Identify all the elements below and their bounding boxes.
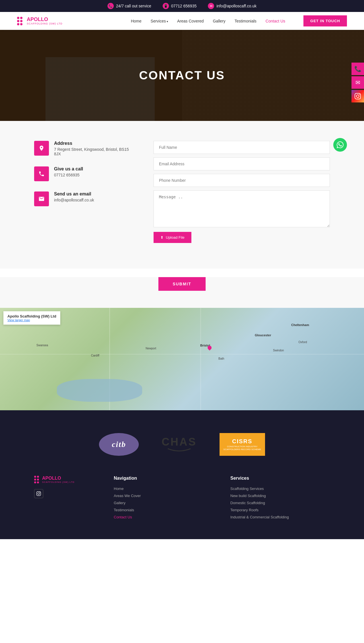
map-newport-label: Newport: [146, 347, 156, 350]
map-placeholder: Apollo Scaffolding (SW) Ltd View larger …: [0, 308, 364, 410]
footer-service-1[interactable]: Scaffolding Services: [230, 487, 330, 491]
whatsapp-button[interactable]: [333, 138, 347, 152]
chas-text: CHAS: [162, 436, 197, 448]
side-email-icon[interactable]: ✉: [351, 76, 364, 89]
chas-swoosh: [166, 448, 192, 453]
nav-home[interactable]: Home: [131, 19, 141, 23]
side-phone-icon[interactable]: 📞: [351, 63, 364, 75]
callout-item: 📞 24/7 call out service: [107, 3, 151, 9]
footer-nav-areas[interactable]: Areas We Cover: [114, 494, 213, 498]
callout-icon: 📞: [107, 3, 114, 9]
map-business-name: Apollo Scaffolding (SW) Ltd: [7, 314, 56, 318]
address-value: 7 Regent Street, Kingswood, Bristol, BS1…: [54, 147, 131, 156]
contact-info: Address 7 Regent Street, Kingswood, Bris…: [34, 141, 131, 217]
email-info-label: Send us an email: [54, 191, 94, 197]
contact-form: ⬆ Upload File: [154, 141, 330, 249]
navbar: APOLLO SCAFFOLDING (SW) LTD Home Service…: [0, 12, 364, 30]
footer-service-2[interactable]: New build Scaffolding: [230, 494, 330, 498]
contact-section: Address 7 Regent Street, Kingswood, Bris…: [0, 121, 364, 269]
footer-nav-col: Navigation Home Areas We Cover Gallery T…: [114, 476, 213, 522]
email-info-item: Send us an email info@apolloscaff.co.uk: [34, 191, 131, 206]
side-instagram-icon[interactable]: [351, 90, 364, 102]
footer-services-col: Services Scaffolding Services New build …: [230, 476, 330, 522]
footer-logo-dots: [34, 476, 40, 483]
map-gloucester-label: Gloucester: [255, 333, 271, 337]
logos-section: citb CHAS CISRS CONSTRUCTION INDUSTRYSCA…: [0, 410, 364, 539]
phone-info-icon: [34, 166, 49, 181]
email-label: info@apolloscaff.co.uk: [216, 4, 257, 8]
footer-logo-sub: SCAFFOLDING (SW) LTD: [42, 481, 75, 483]
footer-nav-gallery[interactable]: Gallery: [114, 501, 213, 505]
map-water: [57, 379, 142, 402]
nav-links: Home Services Areas Covered Gallery Test…: [131, 15, 347, 26]
submit-button[interactable]: SUBMIT: [158, 277, 206, 291]
footer-service-3[interactable]: Domestic Scaffolding: [230, 501, 330, 505]
side-icons: 📞 ✉: [351, 63, 364, 102]
cisrs-text: CISRS: [232, 438, 252, 445]
logos-row: citb CHAS CISRS CONSTRUCTION INDUSTRYSCA…: [0, 424, 364, 464]
top-bar: 📞 24/7 call out service 📱 07712 656935 ✉…: [0, 0, 364, 12]
address-icon: [34, 141, 49, 156]
phone-info-item: Give us a call 07712 656935: [34, 166, 131, 181]
upload-label: Upload File: [166, 235, 185, 240]
footer-nav-home[interactable]: Home: [114, 487, 213, 491]
message-input[interactable]: [154, 190, 330, 227]
citb-text: citb: [112, 440, 126, 449]
upload-file-button[interactable]: ⬆ Upload File: [154, 232, 191, 243]
email-icon: ✉: [208, 3, 214, 9]
cisrs-sub: CONSTRUCTION INDUSTRYSCAFFOLDERS RECORD …: [224, 445, 261, 451]
phone-label: 07712 656935: [171, 4, 197, 8]
address-label: Address: [54, 141, 131, 146]
email-input[interactable]: [154, 157, 330, 170]
map-road-3: [200, 308, 201, 410]
citb-logo: citb: [99, 433, 139, 456]
logo[interactable]: APOLLO SCAFFOLDING (SW) LTD: [17, 17, 63, 25]
submit-section: SUBMIT: [0, 277, 364, 308]
map-section: Apollo Scaffolding (SW) Ltd View larger …: [0, 308, 364, 410]
phone-icon: 📱: [163, 3, 169, 9]
email-info-icon: [34, 191, 49, 206]
map-road-2: [0, 354, 364, 355]
footer-nav-testimonials[interactable]: Testimonials: [114, 508, 213, 512]
logo-dots: [17, 17, 24, 25]
footer-nav-contact[interactable]: Contact Us: [114, 515, 213, 519]
view-larger-map-link[interactable]: View larger map: [7, 318, 56, 322]
footer-logo-name: APOLLO: [42, 476, 75, 481]
map-swindon-label: Swindon: [273, 349, 284, 352]
email-info-value: info@apolloscaff.co.uk: [54, 198, 94, 202]
chas-logo: CHAS: [162, 436, 197, 453]
hero-section: CONTACT US: [0, 30, 364, 121]
map-cardiff-label: Cardiff: [91, 354, 99, 357]
hero-title: CONTACT US: [139, 69, 225, 82]
logo-sub: SCAFFOLDING (SW) LTD: [27, 22, 63, 25]
fullname-input[interactable]: [154, 141, 330, 154]
logo-name: APOLLO: [27, 17, 63, 22]
phone-item: 📱 07712 656935: [163, 3, 197, 9]
callout-label: 24/7 call out service: [116, 4, 151, 8]
footer: APOLLO SCAFFOLDING (SW) LTD Navigation H…: [0, 464, 364, 539]
nav-gallery[interactable]: Gallery: [213, 19, 225, 23]
phone-info-label: Give us a call: [54, 166, 83, 172]
map-cheltenham-label: Cheltenham: [291, 323, 309, 327]
nav-contact[interactable]: Contact Us: [266, 19, 285, 23]
nav-areas[interactable]: Areas Covered: [177, 19, 204, 23]
get-in-touch-button[interactable]: GET IN TOUCH: [303, 15, 347, 26]
footer-service-5[interactable]: Industrial & Commercial Scaffolding: [230, 515, 330, 519]
email-item: ✉ info@apolloscaff.co.uk: [208, 3, 257, 9]
cisrs-logo: CISRS CONSTRUCTION INDUSTRYSCAFFOLDERS R…: [220, 433, 265, 456]
footer-service-4[interactable]: Temporary Roofs: [230, 508, 330, 512]
footer-social: [34, 489, 97, 498]
footer-brand: APOLLO SCAFFOLDING (SW) LTD: [34, 476, 97, 522]
footer-instagram-icon[interactable]: [34, 489, 43, 498]
address-item: Address 7 Regent Street, Kingswood, Bris…: [34, 141, 131, 156]
footer-nav-title: Navigation: [114, 476, 213, 481]
map-overlay: Apollo Scaffolding (SW) Ltd View larger …: [3, 311, 60, 325]
footer-services-title: Services: [230, 476, 330, 481]
upload-icon: ⬆: [160, 235, 164, 240]
phone-input[interactable]: [154, 174, 330, 187]
nav-testimonials[interactable]: Testimonials: [235, 19, 257, 23]
map-swansea-label: Swansea: [36, 344, 48, 347]
map-oxford-label: Oxford: [299, 341, 307, 344]
nav-services[interactable]: Services: [151, 19, 168, 23]
map-bath-label: Bath: [218, 357, 224, 360]
